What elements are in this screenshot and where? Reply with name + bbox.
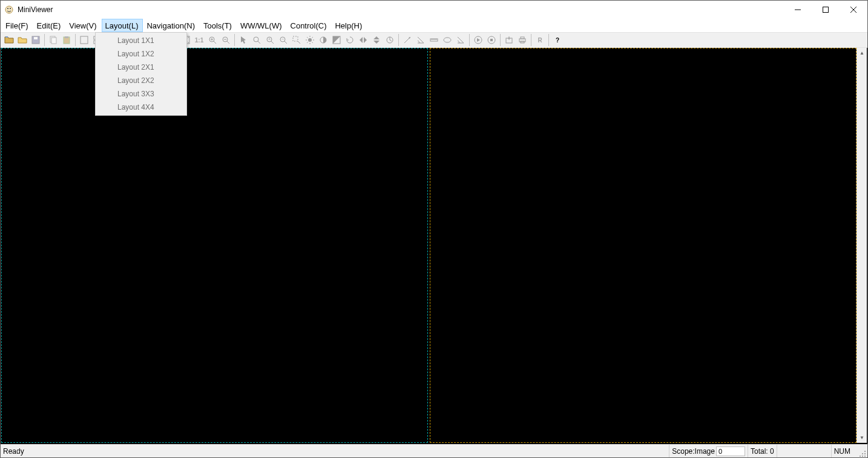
r-icon[interactable]: R: [534, 34, 546, 46]
zoom-in-icon[interactable]: [206, 34, 219, 46]
titlebar: MiniViewer: [1, 1, 867, 19]
contrast-icon[interactable]: [317, 34, 329, 46]
export-icon[interactable]: [503, 34, 515, 46]
svg-line-43: [312, 42, 314, 44]
svg-point-69: [860, 456, 861, 457]
layout-option-4[interactable]: Layout 3X3: [96, 87, 186, 101]
layout-option-0[interactable]: Layout 1X1: [96, 34, 186, 47]
toolbar-separator: [234, 34, 235, 46]
svg-line-21: [214, 41, 216, 44]
region-zoom-icon[interactable]: [291, 34, 303, 46]
toolbar-separator: [44, 34, 45, 46]
svg-rect-14: [81, 36, 88, 44]
svg-point-68: [862, 456, 863, 457]
menubar: File(F) Edit(E) View(V) Layout(L) Naviga…: [1, 19, 867, 32]
scroll-track[interactable]: [857, 58, 867, 433]
scale-1-1-icon[interactable]: 1:1: [193, 34, 205, 46]
copy-icon[interactable]: [47, 34, 59, 46]
zoom-out-icon[interactable]: [220, 34, 232, 46]
svg-line-34: [284, 41, 287, 44]
toolbar-separator: [469, 34, 470, 46]
svg-point-66: [864, 456, 866, 457]
svg-point-64: [864, 451, 866, 452]
magnify-minus-icon[interactable]: −: [277, 34, 289, 46]
maximize-button[interactable]: [812, 1, 840, 19]
reset-icon[interactable]: [384, 34, 396, 46]
arrow-tool-icon[interactable]: [401, 34, 413, 46]
status-scope: Scope:Image 0: [669, 445, 748, 457]
layout-option-5[interactable]: Layout 4X4: [96, 101, 186, 114]
open-folder-icon[interactable]: [16, 34, 28, 46]
rotate-icon[interactable]: [344, 34, 356, 46]
toolbar-separator: [75, 34, 76, 46]
svg-line-28: [258, 41, 260, 44]
layout-single-icon[interactable]: [78, 34, 90, 46]
ellipse-icon[interactable]: [441, 34, 453, 46]
svg-point-56: [444, 38, 451, 42]
brightness-icon[interactable]: [304, 34, 316, 46]
image-panel-right[interactable]: [430, 48, 856, 443]
menu-help[interactable]: Help(H): [331, 19, 367, 32]
flip-v-icon[interactable]: [370, 34, 383, 46]
toolbar-separator: [548, 34, 549, 46]
toolbar-separator: [398, 34, 399, 46]
rectangle-icon[interactable]: [455, 34, 467, 46]
magnify-plus-icon[interactable]: +: [264, 34, 276, 46]
vertical-scrollbar[interactable]: ▲ ▼: [856, 48, 867, 443]
layout-option-3[interactable]: Layout 2X2: [96, 74, 186, 87]
layout-option-2[interactable]: Layout 2X1: [96, 61, 186, 74]
svg-line-25: [227, 41, 229, 44]
status-num: NUM: [831, 445, 853, 457]
svg-rect-4: [823, 7, 829, 13]
svg-line-44: [307, 42, 308, 44]
svg-line-36: [298, 41, 300, 44]
svg-point-1: [7, 8, 8, 9]
svg-text:−: −: [281, 37, 284, 41]
status-total: Total: 0: [748, 445, 777, 457]
svg-rect-11: [51, 38, 56, 44]
svg-line-31: [271, 41, 274, 44]
close-button[interactable]: [840, 1, 867, 19]
menu-view[interactable]: View(V): [65, 19, 101, 32]
svg-point-0: [5, 6, 13, 13]
svg-rect-7: [5, 36, 8, 38]
menu-navigation[interactable]: Navigation(N): [143, 19, 199, 32]
menu-edit[interactable]: Edit(E): [33, 19, 66, 32]
open-folder-alt-icon[interactable]: [3, 34, 15, 46]
window-title: MiniViewer: [18, 5, 53, 14]
scroll-up-icon[interactable]: ▲: [857, 48, 867, 58]
cine-play-icon[interactable]: [472, 34, 484, 46]
statusbar: Ready Scope:Image 0 Total: 0 NUM: [1, 444, 867, 457]
svg-rect-13: [65, 36, 68, 38]
print-icon[interactable]: [516, 34, 528, 46]
menu-wwwl[interactable]: WW/WL(W): [237, 19, 287, 32]
pointer-icon[interactable]: [237, 34, 249, 46]
app-icon: [4, 5, 14, 15]
menu-tools[interactable]: Tools(T): [200, 19, 237, 32]
menu-layout[interactable]: Layout(L): [102, 19, 143, 32]
status-scope-value: 0: [716, 446, 745, 456]
toolbar-separator: [500, 34, 501, 46]
resize-grip-icon[interactable]: [856, 448, 866, 457]
pan-icon[interactable]: [251, 34, 263, 46]
paste-icon[interactable]: [61, 34, 73, 46]
svg-line-45: [312, 37, 314, 38]
help-icon[interactable]: ?: [551, 34, 564, 46]
layout-option-1[interactable]: Layout 1X2: [96, 47, 186, 61]
image-panel-left[interactable]: [1, 48, 428, 443]
menu-control[interactable]: Control(C): [287, 19, 332, 32]
status-ready: Ready: [1, 447, 669, 456]
svg-line-42: [307, 37, 308, 38]
svg-point-27: [254, 37, 258, 42]
minimize-button[interactable]: [784, 1, 812, 19]
save-icon[interactable]: [30, 34, 42, 46]
scroll-down-icon[interactable]: ▼: [857, 433, 867, 443]
invert-icon[interactable]: [330, 34, 343, 46]
svg-rect-35: [293, 36, 298, 41]
cine-stop-icon[interactable]: [485, 34, 498, 46]
menu-file[interactable]: File(F): [2, 19, 33, 32]
angle-icon[interactable]: [415, 34, 427, 46]
ruler-icon[interactable]: [428, 34, 440, 46]
flip-h-icon[interactable]: [357, 34, 369, 46]
app-window: MiniViewer File(F) Edit(E) View(V) Layou…: [0, 0, 868, 458]
